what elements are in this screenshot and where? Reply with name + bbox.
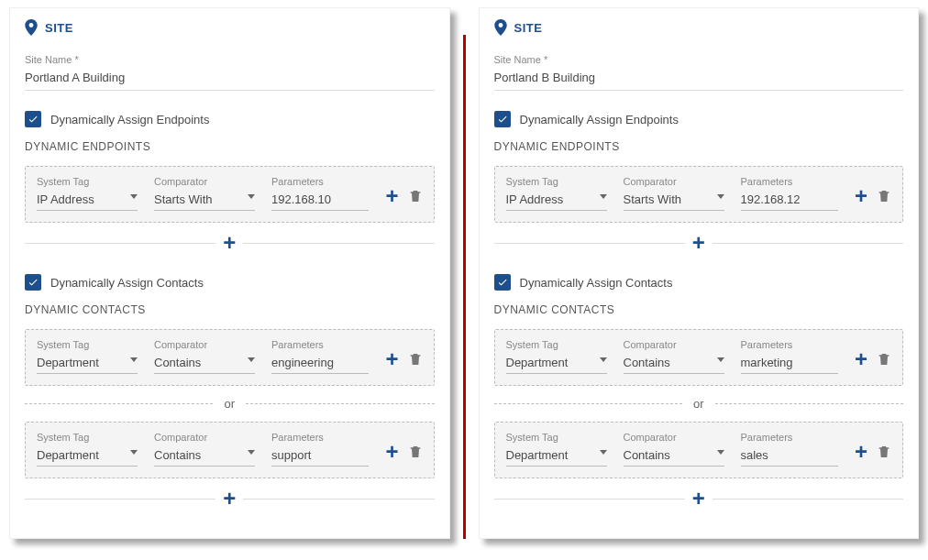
chevron-down-icon	[248, 357, 255, 362]
site-header: SITE	[25, 19, 435, 36]
chevron-down-icon	[248, 450, 255, 455]
chevron-down-icon	[130, 194, 138, 199]
add-rule-icon[interactable]: +	[385, 185, 398, 207]
or-separator: or	[25, 397, 435, 411]
comparator-select[interactable]	[154, 189, 255, 211]
add-group-icon[interactable]: +	[215, 232, 243, 254]
chevron-down-icon	[600, 194, 607, 199]
add-contact-group: +	[25, 488, 435, 510]
parameters-input[interactable]	[741, 445, 838, 467]
parameters-input[interactable]	[741, 189, 838, 211]
parameters-label: Parameters	[271, 176, 369, 187]
endpoint-rule-row: System Tag Comparator Parameters +	[25, 166, 435, 223]
system-tag-label: System Tag	[506, 339, 607, 350]
delete-rule-icon[interactable]	[408, 188, 423, 204]
site-header: SITE	[494, 19, 904, 36]
add-rule-icon[interactable]: +	[385, 441, 398, 463]
comparator-select[interactable]	[154, 445, 255, 467]
comparator-label: Comparator	[624, 339, 724, 350]
system-tag-label: System Tag	[37, 176, 138, 187]
site-header-text: SITE	[514, 21, 543, 35]
dynamic-endpoints-title: DYNAMIC ENDPOINTS	[25, 140, 435, 153]
comparator-label: Comparator	[154, 432, 255, 443]
add-group-icon[interactable]: +	[685, 488, 713, 510]
add-rule-icon[interactable]: +	[855, 441, 867, 463]
delete-rule-icon[interactable]	[877, 351, 891, 368]
site-name-label: Site Name *	[494, 54, 904, 65]
comparator-label: Comparator	[624, 176, 724, 187]
dynamic-contacts-title: DYNAMIC CONTACTS	[25, 303, 435, 316]
add-contact-group: +	[494, 488, 904, 510]
site-panel-right: SITE Site Name * Dynamically Assign Endp…	[479, 7, 920, 539]
chevron-down-icon	[130, 450, 138, 455]
dynamic-contacts-label: Dynamically Assign Contacts	[520, 276, 673, 290]
dynamic-contacts-checkbox[interactable]	[494, 274, 511, 291]
chevron-down-icon	[717, 450, 724, 455]
parameters-label: Parameters	[741, 432, 838, 443]
add-endpoint-group: +	[494, 232, 904, 254]
chevron-down-icon	[600, 450, 607, 455]
comparator-select[interactable]	[154, 352, 255, 374]
add-rule-icon[interactable]: +	[385, 348, 398, 370]
system-tag-select[interactable]	[506, 189, 607, 211]
dynamic-endpoints-checkbox[interactable]	[25, 111, 41, 127]
system-tag-select[interactable]	[506, 352, 607, 374]
system-tag-select[interactable]	[37, 445, 138, 467]
delete-rule-icon[interactable]	[408, 351, 423, 368]
system-tag-label: System Tag	[506, 432, 607, 443]
contact-rule-row: System Tag Comparator Parameters +	[25, 422, 435, 478]
delete-rule-icon[interactable]	[877, 188, 891, 204]
add-group-icon[interactable]: +	[685, 232, 713, 254]
dynamic-contacts-checkbox[interactable]	[25, 274, 41, 291]
dynamic-endpoints-title: DYNAMIC ENDPOINTS	[494, 140, 904, 153]
parameters-input[interactable]	[271, 189, 369, 211]
comparator-label: Comparator	[154, 339, 255, 350]
comparator-select[interactable]	[624, 189, 724, 211]
chevron-down-icon	[600, 357, 607, 362]
site-name-input[interactable]	[25, 67, 435, 91]
location-pin-icon	[494, 19, 507, 36]
contact-rule-row: System Tag Comparator Parameters +	[25, 329, 435, 386]
dynamic-contacts-title: DYNAMIC CONTACTS	[494, 303, 904, 316]
comparator-label: Comparator	[154, 176, 255, 187]
delete-rule-icon[interactable]	[408, 444, 423, 460]
delete-rule-icon[interactable]	[877, 444, 891, 460]
vertical-divider	[463, 35, 466, 539]
parameters-label: Parameters	[271, 339, 369, 350]
system-tag-label: System Tag	[37, 432, 138, 443]
parameters-input[interactable]	[271, 445, 369, 467]
contact-rule-row: System Tag Comparator Parameters +	[494, 329, 904, 386]
add-group-icon[interactable]: +	[215, 488, 243, 510]
add-endpoint-group: +	[25, 232, 435, 254]
system-tag-label: System Tag	[506, 176, 607, 187]
site-header-text: SITE	[45, 21, 73, 35]
parameters-input[interactable]	[741, 352, 838, 374]
add-rule-icon[interactable]: +	[855, 185, 867, 207]
or-separator: or	[494, 397, 904, 411]
parameters-label: Parameters	[741, 339, 838, 350]
comparator-select[interactable]	[624, 352, 724, 374]
location-pin-icon	[25, 19, 38, 36]
chevron-down-icon	[130, 357, 138, 362]
contact-rule-row: System Tag Comparator Parameters +	[494, 422, 904, 478]
parameters-label: Parameters	[741, 176, 838, 187]
parameters-input[interactable]	[271, 352, 369, 374]
site-name-label: Site Name *	[25, 54, 435, 65]
dynamic-endpoints-label: Dynamically Assign Endpoints	[520, 113, 679, 126]
dynamic-contacts-label: Dynamically Assign Contacts	[50, 276, 204, 290]
system-tag-select[interactable]	[37, 189, 138, 211]
comparator-label: Comparator	[624, 432, 724, 443]
parameters-label: Parameters	[271, 432, 369, 443]
system-tag-select[interactable]	[506, 445, 607, 467]
chevron-down-icon	[248, 194, 255, 199]
dynamic-endpoints-checkbox[interactable]	[494, 111, 511, 127]
chevron-down-icon	[717, 194, 724, 199]
site-panel-left: SITE Site Name * Dynamically Assign Endp…	[9, 7, 450, 539]
comparator-select[interactable]	[624, 445, 724, 467]
system-tag-select[interactable]	[37, 352, 138, 374]
dynamic-endpoints-label: Dynamically Assign Endpoints	[50, 113, 209, 126]
chevron-down-icon	[717, 357, 724, 362]
site-name-input[interactable]	[494, 67, 904, 91]
add-rule-icon[interactable]: +	[855, 348, 867, 370]
system-tag-label: System Tag	[37, 339, 138, 350]
